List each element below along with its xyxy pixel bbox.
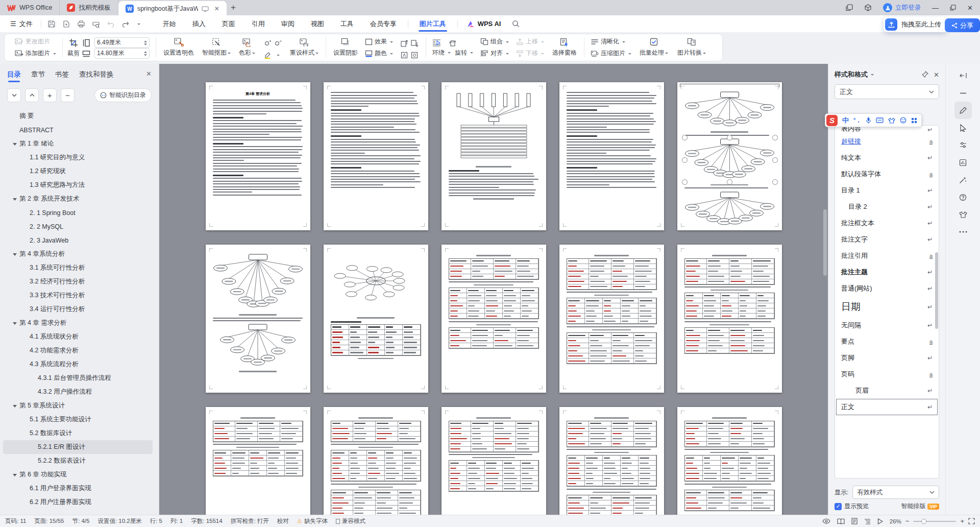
frame-b-icon[interactable]	[410, 51, 419, 59]
effect-button[interactable]: 效果	[365, 37, 393, 46]
more-options-icon[interactable]	[954, 223, 972, 241]
selection-handle[interactable]	[682, 179, 688, 185]
document-page[interactable]	[324, 407, 428, 515]
height-spinner[interactable]: 6.49厘米	[94, 37, 150, 48]
zoom-out-button[interactable]: −	[905, 517, 910, 525]
document-canvas[interactable]: 第4章 需求分析	[159, 64, 828, 515]
style-item[interactable]: 默认段落字体a	[836, 166, 938, 182]
smart-layout-button[interactable]: 智能排版VIP	[901, 502, 939, 511]
toc-item[interactable]: 2. 1 Spring Boot	[3, 206, 153, 220]
multi-window-icon[interactable]	[846, 4, 853, 11]
workspace-cube-icon[interactable]	[864, 4, 872, 12]
style-item[interactable]: 超链接a	[836, 133, 938, 150]
tab-wps-home[interactable]: WPS Office	[0, 0, 60, 15]
er-diagram[interactable]	[684, 90, 775, 129]
toc-item[interactable]: 5.1 系统主要功能设计	[3, 413, 153, 426]
toc-item[interactable]: 1.1 研究目的与意义	[3, 151, 153, 164]
highlight-dropdown-icon[interactable]	[277, 55, 280, 58]
zoom-value[interactable]: 26%	[890, 518, 901, 524]
change-image-button[interactable]: 更改图片	[15, 37, 56, 46]
menu-item-页面[interactable]: 页面	[214, 15, 243, 32]
clarity-button[interactable]: 清晰化	[591, 37, 631, 46]
sidebar-tab-目录[interactable]: 目录	[7, 70, 21, 79]
device-sync-icon[interactable]	[202, 6, 209, 12]
align-button[interactable]: 对齐	[480, 49, 509, 58]
sidebar-close-icon[interactable]: ✕	[146, 70, 152, 78]
panel-title-dropdown-icon[interactable]	[871, 74, 874, 77]
er-diagram-selected[interactable]	[684, 137, 775, 182]
toc-item[interactable]: 2. 2 MySQL	[3, 220, 153, 233]
reset-style-button[interactable]: 重设样式	[289, 37, 320, 58]
keyboard-icon[interactable]	[876, 117, 884, 123]
batch-button[interactable]: 批量处理	[639, 37, 669, 58]
undo-icon[interactable]	[107, 20, 115, 28]
selection-handle[interactable]	[682, 157, 688, 163]
style-item[interactable]: 目录 1↵	[836, 182, 938, 199]
selection-handle[interactable]	[772, 157, 778, 163]
toc-item[interactable]: 6.2 用户注册界面实现	[3, 495, 153, 509]
highlight-pen-icon[interactable]	[263, 51, 272, 59]
toc-item[interactable]: 4.3.1 后台管理员操作流程	[3, 371, 153, 385]
toc-item[interactable]: 第 2 章 系统开发技术	[3, 192, 153, 206]
document-page[interactable]	[559, 407, 664, 515]
crop-button[interactable]: 裁剪	[69, 49, 78, 58]
zoom-slider[interactable]	[913, 521, 956, 522]
toc-item[interactable]: 5.2.1 E/R 图设计	[3, 440, 153, 454]
toc-item[interactable]: 摘 要	[3, 109, 153, 123]
wrap-button[interactable]: 环绕	[432, 49, 451, 57]
sidebar-tab-查找和替换[interactable]: 查找和替换	[79, 70, 114, 79]
scrollbar-thumb[interactable]	[823, 209, 827, 276]
punctuation-icon[interactable]: °，	[853, 116, 861, 124]
page-view-icon[interactable]	[851, 518, 857, 524]
document-page[interactable]	[206, 407, 310, 515]
style-item[interactable]: 无间隔↵	[836, 317, 938, 333]
document-page[interactable]	[324, 82, 428, 230]
toc-item[interactable]: 5.2 数据库设计	[3, 426, 153, 440]
style-item[interactable]: 批注框文本↵	[836, 215, 938, 231]
move-up-button[interactable]: 上移	[516, 37, 544, 46]
style-item[interactable]: 页码a	[836, 366, 938, 382]
status-item[interactable]: 拼写检查: 打开	[231, 517, 269, 525]
zoom-slider-thumb[interactable]	[921, 519, 926, 524]
document-page[interactable]	[442, 245, 546, 393]
file-menu[interactable]: ☰文件	[5, 19, 38, 29]
brightness-down-icon[interactable]	[274, 39, 282, 47]
group-button[interactable]: 组合	[480, 37, 509, 46]
status-item[interactable]: 兼容模式	[336, 517, 365, 525]
skin-icon[interactable]	[888, 117, 895, 124]
share-button[interactable]: 分享	[945, 18, 980, 32]
show-preview-checkbox[interactable]: ✓显示预览	[835, 502, 869, 511]
tab-close-icon[interactable]: ✕	[214, 5, 219, 12]
toc-item[interactable]: 第 1 章 绪论	[3, 137, 153, 151]
toc-plus-button[interactable]: +	[43, 88, 57, 102]
document-page[interactable]	[677, 82, 782, 230]
adjust-sliders-icon[interactable]	[954, 136, 972, 154]
width-spinner[interactable]: 14.80厘米	[94, 48, 150, 59]
collapse-panel-icon[interactable]	[954, 67, 972, 84]
width-icon[interactable]	[82, 50, 90, 58]
document-scrollbar[interactable]	[823, 64, 827, 515]
menu-item-引用[interactable]: 引用	[243, 15, 273, 32]
toc-item[interactable]: 3.3 技术可行性分析	[3, 289, 153, 302]
crop-icon[interactable]	[69, 38, 78, 47]
toc-item[interactable]: 第 4 章系统分析	[3, 247, 153, 261]
selection-handle[interactable]	[727, 179, 732, 185]
sidebar-tab-书签[interactable]: 书签	[55, 70, 69, 79]
menu-item-插入[interactable]: 插入	[184, 15, 214, 32]
toc-item[interactable]: 3.1 系统可行性分析	[3, 261, 153, 275]
wrap-icon[interactable]	[432, 39, 441, 46]
color2-button[interactable]: 颜色	[365, 49, 393, 58]
brightness-up-icon[interactable]	[263, 39, 272, 47]
box-down-icon[interactable]	[410, 39, 419, 47]
mic-icon[interactable]	[866, 117, 871, 124]
print-preview-icon[interactable]	[92, 20, 100, 28]
tab-document-active[interactable]: W springboot基于JavaWeb的… ✕	[118, 1, 227, 15]
style-item[interactable]: 批注文字↵	[836, 231, 938, 248]
er-diagram[interactable]	[684, 190, 775, 229]
height-icon[interactable]	[82, 39, 90, 47]
toc-expand-down-button[interactable]	[7, 88, 21, 102]
edit-pen-icon[interactable]	[954, 102, 972, 119]
zoom-in-button[interactable]: +	[960, 517, 964, 525]
style-item[interactable]: 日期↵	[836, 297, 938, 317]
emoji-icon[interactable]	[900, 117, 906, 124]
